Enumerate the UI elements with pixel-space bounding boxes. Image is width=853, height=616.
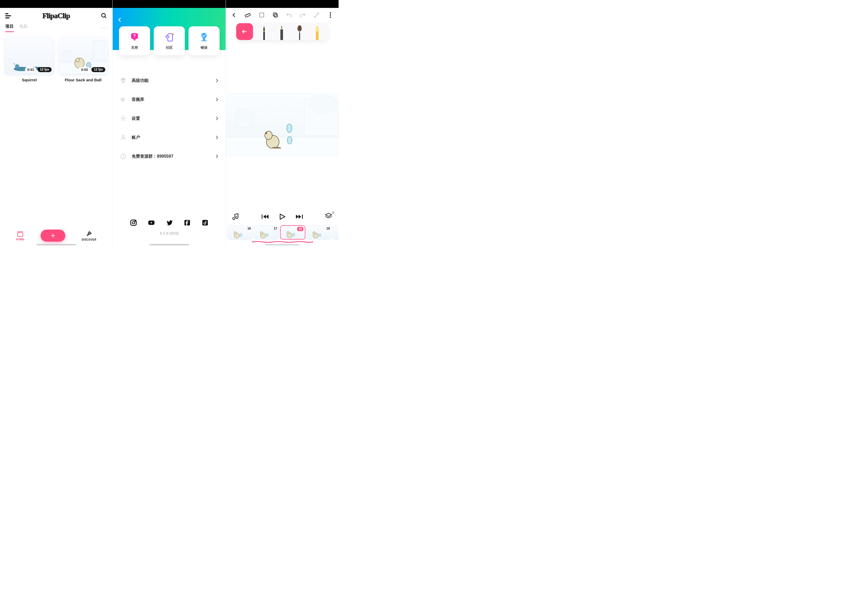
menu-resources[interactable]: 免费资源群：8995597: [118, 147, 220, 166]
svg-rect-46: [299, 33, 300, 40]
diamond-icon: [120, 77, 126, 84]
copy-icon[interactable]: [272, 12, 279, 18]
tool-selector: [236, 23, 328, 40]
svg-point-67: [287, 231, 289, 234]
svg-rect-48: [316, 32, 319, 40]
tab-projects[interactable]: 项目: [5, 24, 14, 32]
svg-point-11: [88, 233, 90, 234]
fullscreen-icon[interactable]: [313, 12, 320, 18]
brush-tool[interactable]: [295, 25, 304, 40]
svg-point-65: [266, 234, 268, 237]
version-text: 3.1.0 (415): [113, 231, 226, 235]
svg-rect-23: [121, 98, 122, 101]
timeline-frame[interactable]: 17: [254, 225, 279, 240]
audio-icon: [120, 96, 126, 103]
twitter-icon[interactable]: [165, 219, 173, 226]
menu-audio[interactable]: 音频库: [118, 90, 220, 109]
svg-point-40: [329, 12, 331, 14]
canvas[interactable]: [226, 93, 338, 156]
svg-point-44: [297, 25, 302, 32]
svg-rect-24: [123, 97, 123, 102]
svg-point-55: [265, 131, 272, 140]
svg-point-8: [76, 58, 79, 62]
svg-point-19: [172, 33, 174, 35]
chevron-right-icon: [216, 154, 218, 158]
svg-text:?: ?: [133, 34, 136, 38]
svg-point-3: [15, 64, 19, 68]
redo-icon[interactable]: [299, 12, 306, 18]
lasso-icon[interactable]: [258, 12, 265, 18]
svg-point-28: [122, 135, 124, 137]
menu-button[interactable]: [5, 13, 12, 18]
play-button[interactable]: [279, 213, 286, 220]
svg-rect-6: [63, 50, 71, 63]
card-support[interactable]: ? 支持: [119, 26, 150, 55]
svg-point-32: [135, 221, 135, 221]
menu-settings[interactable]: 设置: [118, 109, 220, 128]
card-community[interactable]: 社区: [154, 26, 185, 55]
back-button[interactable]: [117, 17, 122, 24]
chevron-right-icon: [216, 79, 218, 83]
svg-point-31: [132, 222, 135, 224]
project-card[interactable]: 0:01 12 fps Squirrel: [4, 37, 55, 82]
tab-movies[interactable]: 电影: [20, 24, 28, 32]
svg-point-71: [319, 234, 321, 237]
timeline-frame[interactable]: 18: [280, 225, 305, 240]
svg-rect-26: [125, 99, 125, 100]
more-icon[interactable]: ●●●: [101, 27, 107, 29]
pencil-tool[interactable]: [278, 25, 286, 40]
highlighter-tool[interactable]: [313, 25, 322, 40]
fps-badge: 12 fps: [38, 67, 52, 72]
pen-tool[interactable]: [260, 25, 268, 40]
timeline-frame[interactable]: 19: [307, 225, 332, 240]
svg-point-70: [313, 232, 316, 234]
layers-button[interactable]: 1: [325, 213, 332, 221]
audio-button[interactable]: [232, 213, 240, 220]
svg-rect-43: [263, 30, 265, 32]
create-button[interactable]: +: [41, 229, 65, 242]
next-frame-button[interactable]: [296, 214, 303, 219]
svg-point-56: [266, 132, 267, 134]
back-button[interactable]: [231, 12, 237, 18]
audio-waveform[interactable]: [252, 241, 313, 243]
more-icon[interactable]: [327, 12, 334, 18]
nav-home[interactable]: HOME: [16, 231, 24, 241]
svg-rect-47: [316, 26, 318, 29]
svg-rect-45: [299, 31, 301, 33]
ruler-icon[interactable]: [244, 12, 251, 18]
user-icon: [120, 134, 126, 141]
youtube-icon[interactable]: [148, 219, 155, 226]
nav-discover[interactable]: DISCOVER: [82, 230, 96, 241]
project-card[interactable]: 0:02 12 fps Flour Sack and Ball: [58, 37, 108, 82]
svg-point-53: [308, 95, 337, 113]
svg-point-27: [123, 118, 124, 119]
prev-frame-button[interactable]: [262, 214, 269, 219]
svg-rect-50: [237, 109, 252, 127]
svg-rect-10: [18, 233, 23, 237]
chevron-right-icon: [216, 135, 218, 140]
svg-point-41: [329, 14, 331, 16]
menu-premium[interactable]: 高级功能: [118, 71, 220, 90]
gear-icon: [120, 115, 126, 121]
svg-rect-18: [165, 35, 169, 38]
svg-rect-59: [302, 214, 303, 219]
svg-rect-25: [124, 98, 124, 101]
close-tools-button[interactable]: [236, 23, 253, 40]
svg-rect-58: [262, 214, 263, 219]
tiktok-icon[interactable]: [202, 219, 209, 226]
svg-point-62: [240, 234, 242, 237]
undo-icon[interactable]: [286, 12, 293, 18]
timeline-frame[interactable]: 20: [333, 225, 338, 240]
timeline-frame[interactable]: 16: [228, 225, 253, 240]
svg-rect-51: [226, 137, 338, 156]
search-icon[interactable]: [101, 13, 107, 19]
menu-account[interactable]: 账户: [118, 128, 220, 147]
instagram-icon[interactable]: [130, 219, 137, 226]
svg-rect-4: [93, 41, 108, 60]
duration-badge: 0:02: [79, 67, 90, 72]
facebook-icon[interactable]: [184, 219, 191, 226]
svg-rect-22: [121, 99, 121, 100]
svg-point-61: [234, 232, 237, 234]
svg-rect-37: [260, 13, 264, 17]
card-bug[interactable]: 错误: [188, 26, 220, 55]
